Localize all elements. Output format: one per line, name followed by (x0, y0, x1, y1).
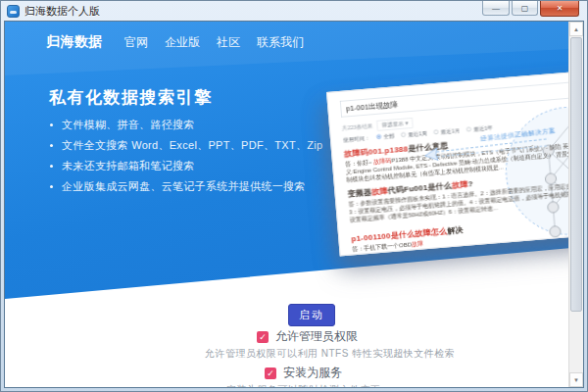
minimize-button[interactable]: — (482, 1, 510, 16)
main-content: 归海数据 官网 企业版 社区 联系我们 私有化数据搜索引擎 文件模糊、拼音、路径… (4, 21, 584, 388)
install-service-hint: 安装为服务可以随时检测文件变更 (226, 383, 381, 388)
vertical-scrollbar[interactable]: ▲ ▼ (568, 22, 583, 387)
time-filter-label: 使用时间： (343, 134, 370, 144)
feature-text: 文件模糊、拼音、路径搜索 (62, 118, 195, 132)
feature-list: 文件模糊、拼音、路径搜索 文件全文搜索 Word、Excel、PPT、PDF、T… (50, 118, 322, 200)
window-controls: — ▢ ✕ (480, 1, 579, 17)
bullet-dot-icon (50, 123, 53, 126)
install-service-option[interactable]: ✓ 安装为服务 (265, 365, 342, 381)
checkbox-checked-icon[interactable]: ✓ (257, 331, 269, 343)
app-icon (7, 5, 20, 18)
filter-dropdown[interactable]: 筛选显示 ▾ (377, 118, 414, 130)
app-window: 归海数据个人版 — ▢ ✕ 归海数据 官网 企业版 社区 联系我们 私有化数据搜… (0, 0, 588, 392)
feature-text: 未来还支持邮箱和笔记搜索 (62, 159, 195, 173)
result-count: 共223条结果 (342, 122, 373, 132)
filter-label: 筛选显示 (381, 120, 404, 128)
nav-item-official-site[interactable]: 官网 (124, 34, 148, 51)
admin-permission-hint: 允许管理员权限可以利用 NTFS 特性实现超快文件检索 (205, 347, 455, 361)
radio-label[interactable]: 全部 (383, 131, 395, 139)
hero-diagonal-band (5, 22, 571, 80)
list-item: 文件模糊、拼音、路径搜索 (50, 118, 322, 132)
window-title: 归海数据个人版 (24, 4, 100, 19)
launch-button[interactable]: 启动 (288, 304, 335, 326)
maximize-button[interactable]: ▢ (512, 1, 538, 16)
radio-label[interactable]: 最近1年 (473, 123, 493, 132)
radio-label[interactable]: 最近1月 (440, 126, 460, 135)
nav-item-community[interactable]: 社区 (217, 34, 240, 51)
brand-logo[interactable]: 归海数据 (46, 33, 103, 51)
scroll-up-icon[interactable]: ▲ (569, 22, 583, 36)
radio-all[interactable] (376, 134, 381, 139)
list-item: 未来还支持邮箱和笔记搜索 (50, 159, 322, 173)
bullet-dot-icon (50, 185, 53, 188)
close-button[interactable]: ✕ (540, 1, 579, 17)
radio-label[interactable]: 最近1周 (408, 129, 427, 138)
bullet-dot-icon (50, 165, 53, 168)
search-preview-card: 搜索 共223条结果 筛选显示 ▾ 使用时间： 全部 最近1周 最近1月 最近1… (326, 69, 584, 257)
radio-last-month[interactable] (434, 129, 439, 134)
nav-item-contact[interactable]: 联系我们 (257, 34, 304, 51)
list-item: 企业版集成云网盘、云笔记子系统并提供统一搜索 (50, 179, 322, 194)
title-bar[interactable]: 归海数据个人版 — ▢ ✕ (1, 1, 587, 21)
admin-permission-option[interactable]: ✓ 允许管理员权限 (257, 328, 358, 345)
checkbox-label[interactable]: 安装为服务 (283, 365, 342, 381)
radio-last-week[interactable] (401, 132, 406, 137)
scrollbar-thumb[interactable] (570, 37, 582, 312)
checkbox-label[interactable]: 允许管理员权限 (275, 328, 358, 345)
scroll-down-icon[interactable]: ▼ (569, 372, 583, 387)
nav-item-enterprise[interactable]: 企业版 (165, 34, 200, 51)
hero-title: 私有化数据搜索引擎 (49, 86, 213, 109)
feature-text: 文件全文搜索 Word、Excel、PPT、PDF、TXT、Zip (62, 138, 322, 153)
chevron-down-icon: ▾ (405, 120, 408, 126)
checkbox-checked-icon[interactable]: ✓ (265, 368, 276, 379)
nav-bar: 归海数据 官网 企业版 社区 联系我们 (46, 33, 320, 51)
bullet-dot-icon (50, 144, 53, 147)
list-item: 文件全文搜索 Word、Excel、PPT、PDF、TXT、Zip (50, 138, 322, 153)
radio-last-year[interactable] (466, 127, 471, 132)
feature-text: 企业版集成云网盘、云笔记子系统并提供统一搜索 (62, 179, 306, 194)
